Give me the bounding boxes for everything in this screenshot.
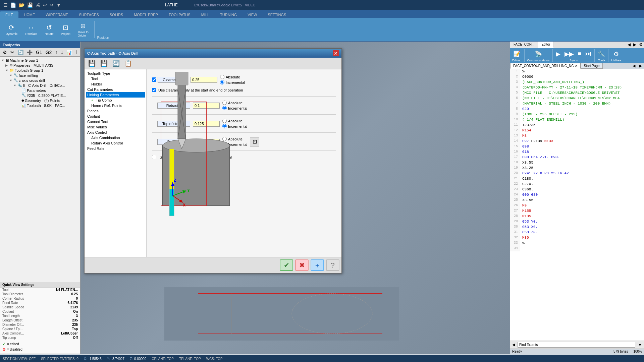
tree-machine-group[interactable]: ▼ 🖥 Machine Group-1	[1, 58, 79, 63]
new-icon[interactable]: 📄	[10, 2, 17, 8]
dtree-linking-params[interactable]: Linking Parameters	[86, 92, 145, 98]
dialog-save2-icon[interactable]: 💾	[99, 59, 109, 68]
tp-icon2[interactable]: ✂	[9, 49, 16, 56]
tools-icon[interactable]: 🔧	[596, 49, 607, 59]
scroll-left-icon[interactable]: ◀	[626, 42, 632, 48]
tp-icon10[interactable]: i	[74, 49, 78, 56]
dtree-holder[interactable]: Holder	[86, 81, 145, 87]
project-button[interactable]: ⊡ Project	[58, 22, 73, 37]
translate-button[interactable]: ↔ Translate	[22, 22, 40, 37]
tab-wireframe[interactable]: WIREFRAME	[40, 11, 73, 18]
dtree-axis-combination[interactable]: Axis Combination	[86, 135, 145, 140]
line-content-26: M9	[520, 203, 527, 208]
tp-icon8[interactable]: ↓	[59, 49, 64, 56]
editor-settings-icon[interactable]: ⚙	[638, 42, 644, 48]
dtree-tool[interactable]: Tool	[86, 76, 145, 81]
code-editor[interactable]: 1 % 2 O0000 3 (FACE_CONTOUR_AND_DRILLING…	[510, 69, 644, 341]
tab-home[interactable]: HOME	[18, 11, 40, 18]
syncs-icon2[interactable]: ▶▶	[563, 49, 576, 59]
tree-properties[interactable]: ▶ ⚙ Properties - MULTI AXIS	[1, 63, 79, 68]
utilities-icon[interactable]: ⚙	[612, 49, 621, 59]
svg-rect-3	[178, 78, 186, 139]
tab-model-prep[interactable]: MODEL PREP	[128, 11, 163, 18]
line-content-20: G241 X2.8 R3.25 F6.42	[520, 171, 569, 176]
syncs-icon4[interactable]: ⏭	[584, 49, 593, 59]
find-extents-input[interactable]	[518, 342, 635, 348]
menu-icon[interactable]: ☰	[3, 2, 8, 8]
dialog-close-button[interactable]: ✕	[333, 50, 339, 56]
scroll-right-icon[interactable]: ▶	[632, 42, 638, 48]
tree-c-axis-label: c axis cross drill	[19, 78, 45, 82]
save-icon[interactable]: 💾	[26, 2, 34, 8]
file-tab-nc-close[interactable]: ✕	[575, 64, 578, 68]
tree-c-axis[interactable]: ▼ 🔧 c axis cross drill	[1, 78, 79, 83]
dropdown-icon[interactable]: ▼	[56, 2, 62, 8]
move-to-origin-button[interactable]: ⊕ Move toOrigin	[75, 20, 92, 39]
editing-label: Editing	[511, 59, 523, 62]
edit-icon1[interactable]: 📝	[512, 49, 522, 59]
tp-icon7[interactable]: ↑	[54, 49, 59, 56]
dtree-misc-values[interactable]: Misc Values	[86, 124, 145, 130]
svg-rect-8	[169, 149, 174, 189]
syncs-icon3[interactable]: ■	[576, 49, 583, 59]
dialog-save-icon[interactable]: 💾	[87, 59, 97, 68]
dtree-coolant[interactable]: Coolant	[86, 114, 145, 119]
tab-toolpaths[interactable]: TOOLPATHS	[163, 11, 196, 18]
tree-face-milling[interactable]: ▼ 🔧 face millling	[1, 73, 79, 78]
dtree-canned-text[interactable]: Canned Text	[86, 119, 145, 124]
tab-solids[interactable]: SOLIDS	[104, 11, 128, 18]
tab-file[interactable]: FILE	[0, 11, 18, 18]
code-line-13: 13 M8	[510, 133, 644, 139]
editor-tab-editor[interactable]: Editor	[538, 42, 554, 48]
tree-properties-label: Properties - MULTI AXIS	[13, 63, 54, 67]
dtree-cut-params[interactable]: Cut Parameters	[86, 87, 145, 92]
er-sep3	[594, 49, 595, 62]
dtree-planes[interactable]: Planes	[86, 108, 145, 114]
dtree-tip-comp[interactable]: ✓ Tip Comp	[86, 98, 145, 103]
tp-icon1[interactable]: ⚙	[1, 49, 8, 56]
file-tab-start[interactable]: Start Page	[581, 63, 602, 69]
tree-drill-op[interactable]: ▼ 🔩 6 - C-Axis Drill - Drill/Co...	[1, 83, 79, 88]
find-expand-icon[interactable]: ▼	[638, 343, 642, 347]
tp-icon5[interactable]: G1	[35, 49, 44, 56]
scroll-tabs-right[interactable]: ▶	[637, 63, 644, 69]
redo-icon[interactable]: ↪	[49, 2, 54, 8]
undo-icon[interactable]: ↩	[42, 2, 48, 8]
dtree-rotary-axis[interactable]: Rotary Axis Control	[86, 140, 145, 146]
tab-turning[interactable]: TURNING	[215, 11, 242, 18]
expand-icon: ▼	[5, 69, 9, 72]
open-icon[interactable]: 📂	[18, 2, 25, 8]
line-num-31: 31	[510, 230, 520, 235]
tp-icon4[interactable]: ➕	[25, 49, 34, 56]
tree-toolpath[interactable]: 📊 Toolpath - 8.0K - FAC...	[1, 103, 79, 108]
dtree-home-ref[interactable]: Home / Ref. Points	[86, 103, 145, 108]
tp-icon6[interactable]: G2	[44, 49, 53, 56]
dtree-axis-control[interactable]: Axis Control	[86, 130, 145, 135]
tree-geometry[interactable]: ◆ Geometry - (4) Points	[1, 98, 79, 103]
dialog-clipboard-icon[interactable]: 📋	[123, 59, 133, 68]
tree-parameters[interactable]: 📄 Parameters	[1, 88, 79, 93]
expand-icon	[17, 94, 21, 97]
tab-surfaces[interactable]: SURFACES	[73, 11, 104, 18]
dtree-toolpath-type[interactable]: Toolpath Type	[86, 71, 145, 76]
tree-tool[interactable]: 🔧 #235 - 0.2500 FLAT E...	[1, 93, 79, 98]
file-tab-nc[interactable]: FACE_CONTOUR_AND_DRILLING_NC ✕	[510, 63, 581, 69]
tp-icon9[interactable]: 📊	[65, 49, 73, 56]
tab-view[interactable]: VIEW	[242, 11, 262, 18]
rotate-button[interactable]: ↺ Rotate	[42, 22, 57, 37]
tab-mill[interactable]: MILL	[196, 11, 215, 18]
bottom-viewport-svg	[164, 287, 399, 341]
scroll-left-code[interactable]: ◀	[512, 343, 515, 347]
scroll-tabs-left[interactable]: ◀	[631, 63, 637, 69]
dialog-refresh-icon[interactable]: 🔄	[111, 59, 121, 68]
syncs-icon[interactable]: ▶	[554, 49, 562, 59]
line-content-22: C270.	[520, 182, 533, 187]
dynamic-button[interactable]: ⟳ Dynamic	[3, 22, 20, 37]
dtree-feed-rate[interactable]: Feed Rate	[86, 146, 145, 151]
editor-tab-face[interactable]: FACE_CON...	[510, 42, 538, 48]
tp-icon3[interactable]: 🔄	[16, 49, 25, 56]
print-icon[interactable]: 🖨	[35, 2, 41, 8]
tree-toolpath-group[interactable]: ▼ 📁 Toolpath Group-1	[1, 68, 79, 73]
comms-icon1[interactable]: 📡	[533, 49, 544, 59]
tab-settings[interactable]: SETTINGS	[262, 11, 291, 18]
